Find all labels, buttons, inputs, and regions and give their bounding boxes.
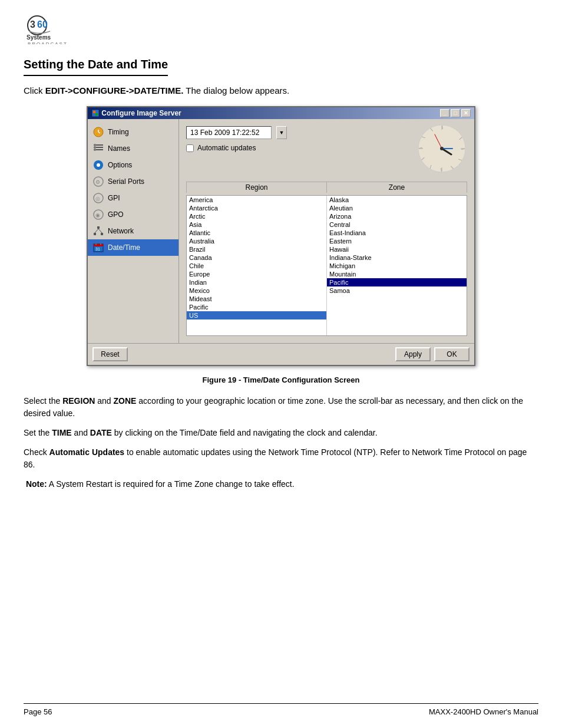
zone-item-michigan[interactable]: Michigan bbox=[327, 262, 467, 270]
region-item-australia[interactable]: Australia bbox=[187, 237, 326, 245]
reset-button[interactable]: Reset bbox=[92, 347, 128, 361]
region-item-brazil[interactable]: Brazil bbox=[187, 245, 326, 253]
minimize-button[interactable]: _ bbox=[440, 109, 449, 117]
svg-rect-31 bbox=[101, 233, 103, 235]
svg-text:60: 60 bbox=[37, 19, 48, 29]
manual-title: MAXX-2400HD Owner's Manual bbox=[429, 707, 538, 716]
region-item-asia[interactable]: Asia bbox=[187, 220, 326, 229]
sidebar-item-options[interactable]: Options bbox=[88, 157, 178, 173]
svg-line-33 bbox=[98, 229, 102, 233]
sidebar-label-names: Names bbox=[108, 144, 130, 153]
main-content-area: ▼ Automatic updates bbox=[179, 119, 474, 343]
zone-item-mountain[interactable]: Mountain bbox=[327, 270, 467, 278]
zone-item-eastern[interactable]: Eastern bbox=[327, 237, 467, 245]
datetime-dropdown-button[interactable]: ▼ bbox=[276, 126, 287, 139]
svg-rect-30 bbox=[94, 233, 96, 235]
dialog-body: Timing Names bbox=[88, 119, 474, 343]
sidebar-item-gpo[interactable]: ◉ GPO bbox=[88, 206, 178, 223]
region-item-atlantic[interactable]: Atlantic bbox=[187, 229, 326, 237]
zone-list[interactable]: Alaska Aleutian Arizona Central East-Ind… bbox=[327, 196, 467, 335]
ok-button[interactable]: OK bbox=[434, 347, 470, 361]
sidebar-item-datetime[interactable]: 31 Date/Time bbox=[88, 239, 178, 256]
svg-text:Systems: Systems bbox=[27, 34, 51, 41]
instruction-prefix: Click bbox=[24, 85, 45, 95]
sidebar-label-timing: Timing bbox=[108, 128, 129, 136]
note-paragraph: Note: A System Restart is required for a… bbox=[24, 478, 538, 490]
zone-item-east-indiana[interactable]: East-Indiana bbox=[327, 229, 467, 237]
dialog-footer: Reset Apply OK bbox=[88, 343, 474, 365]
svg-rect-37 bbox=[100, 243, 101, 245]
region-item-us[interactable]: US bbox=[187, 311, 326, 319]
svg-text:⚙: ⚙ bbox=[95, 179, 100, 185]
auto-update-row: Automatic updates bbox=[186, 144, 287, 152]
titlebar-buttons: _ □ ✕ bbox=[440, 109, 471, 117]
region-item-america[interactable]: America bbox=[187, 196, 326, 204]
svg-rect-35 bbox=[94, 244, 103, 246]
maximize-button[interactable]: □ bbox=[451, 109, 460, 117]
analog-clock bbox=[417, 124, 467, 176]
dialog-icon bbox=[91, 109, 100, 117]
zone-item-pacific[interactable]: Pacific bbox=[327, 278, 467, 286]
zone-item-aleutian[interactable]: Aleutian bbox=[327, 204, 467, 212]
svg-text:31: 31 bbox=[95, 247, 100, 251]
gpi-icon: ◎ bbox=[92, 192, 104, 204]
close-button[interactable]: ✕ bbox=[461, 109, 471, 117]
zone-item-central[interactable]: Central bbox=[327, 220, 467, 229]
svg-point-14 bbox=[94, 144, 96, 146]
auto-updates-bold: Automatic Updates bbox=[49, 447, 125, 457]
svg-point-58 bbox=[440, 147, 444, 150]
region-item-arctic[interactable]: Arctic bbox=[187, 212, 326, 220]
apply-button[interactable]: Apply bbox=[395, 347, 431, 361]
sidebar-item-serial-ports[interactable]: ⚙ Serial Ports bbox=[88, 173, 178, 190]
svg-rect-19 bbox=[98, 160, 99, 162]
region-list[interactable]: America Antarctica Arctic Asia Atlantic … bbox=[187, 196, 327, 335]
region-zone-panel: Region Zone America Antarctica Arctic As… bbox=[186, 182, 467, 336]
svg-text:◎: ◎ bbox=[95, 196, 100, 202]
zone-item-hawaii[interactable]: Hawaii bbox=[327, 245, 467, 253]
zone-item-alaska[interactable]: Alaska bbox=[327, 196, 467, 204]
region-item-antarctica[interactable]: Antarctica bbox=[187, 204, 326, 212]
datetime-input[interactable] bbox=[186, 126, 272, 139]
sidebar-item-gpi[interactable]: ◎ GPI bbox=[88, 190, 178, 206]
dialog-title: Configure Image Server bbox=[101, 109, 181, 117]
svg-point-15 bbox=[94, 146, 96, 149]
svg-rect-20 bbox=[98, 168, 99, 170]
page-number: Page 56 bbox=[24, 707, 52, 716]
sidebar: Timing Names bbox=[88, 119, 179, 343]
network-icon bbox=[92, 225, 104, 237]
page-footer: Page 56 MAXX-2400HD Owner's Manual bbox=[24, 703, 538, 716]
instruction-text: Click EDIT->CONFIGURE->DATE/TIME. The di… bbox=[24, 85, 538, 95]
body-paragraph-3: Check Automatic Updates to enable automa… bbox=[24, 446, 538, 471]
sidebar-label-options: Options bbox=[108, 161, 132, 169]
svg-rect-29 bbox=[97, 226, 100, 229]
zone-header: Zone bbox=[327, 182, 467, 193]
logo-area: 3 60 Systems BROADCAST bbox=[24, 12, 538, 46]
titlebar-left: Configure Image Server bbox=[91, 109, 181, 117]
region-item-pacific[interactable]: Pacific bbox=[187, 303, 326, 311]
svg-rect-21 bbox=[94, 164, 95, 166]
region-item-indian[interactable]: Indian bbox=[187, 278, 326, 286]
region-item-mexico[interactable]: Mexico bbox=[187, 286, 326, 295]
region-item-europe[interactable]: Europe bbox=[187, 270, 326, 278]
region-item-mideast[interactable]: Mideast bbox=[187, 295, 326, 303]
auto-update-label: Automatic updates bbox=[197, 144, 256, 152]
zone-item-arizona[interactable]: Arizona bbox=[327, 212, 467, 220]
zone-item-indiana-starke[interactable]: Indiana-Starke bbox=[327, 253, 467, 262]
list-icon bbox=[92, 143, 104, 154]
sidebar-label-serial-ports: Serial Ports bbox=[108, 177, 144, 186]
region-item-canada[interactable]: Canada bbox=[187, 253, 326, 262]
figure-caption: Figure 19 - Time/Date Configuration Scre… bbox=[24, 375, 538, 384]
zone-item-samoa[interactable]: Samoa bbox=[327, 286, 467, 295]
sidebar-item-timing[interactable]: Timing bbox=[88, 124, 178, 140]
region-bold: REGION bbox=[62, 396, 95, 406]
instruction-bold: EDIT->CONFIGURE->DATE/TIME. bbox=[45, 85, 184, 95]
company-logo: 3 60 Systems BROADCAST bbox=[24, 12, 94, 44]
region-item-chile[interactable]: Chile bbox=[187, 262, 326, 270]
date-bold: DATE bbox=[90, 428, 112, 437]
sidebar-item-network[interactable]: Network bbox=[88, 223, 178, 239]
sidebar-label-network: Network bbox=[108, 227, 134, 235]
auto-update-checkbox[interactable] bbox=[186, 144, 194, 152]
sidebar-item-names[interactable]: Names bbox=[88, 140, 178, 157]
svg-rect-36 bbox=[95, 243, 97, 245]
calendar-icon: 31 bbox=[92, 242, 104, 253]
